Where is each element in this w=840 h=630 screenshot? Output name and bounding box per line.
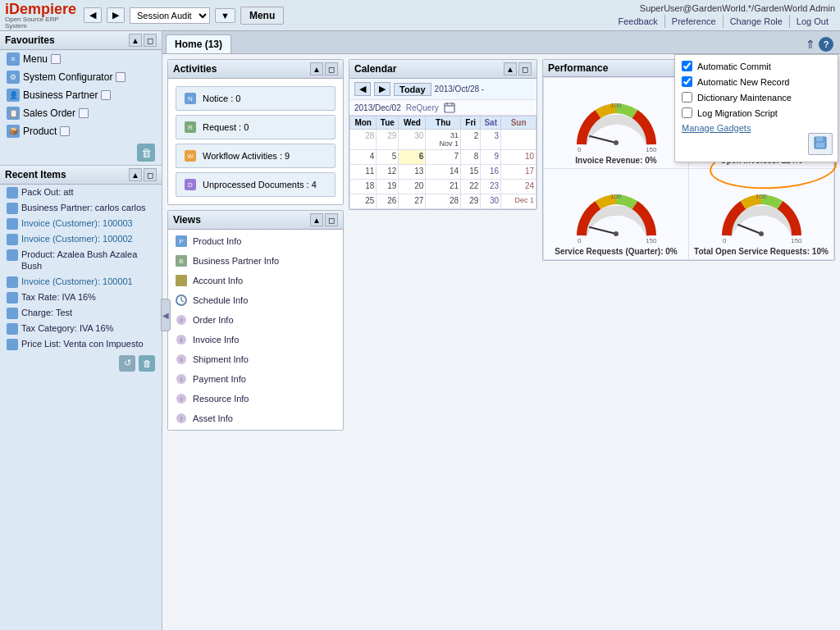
sidebar-collapse-arrow[interactable]: ◀ xyxy=(161,299,171,331)
cal-day[interactable]: 3 xyxy=(481,130,501,150)
view-bizpartner-info[interactable]: B Business Partner Info xyxy=(168,251,343,271)
save-gadgets-btn[interactable] xyxy=(808,133,833,155)
cal-day[interactable]: 18 xyxy=(350,180,377,194)
recent-expand-btn[interactable]: ◻ xyxy=(144,168,157,181)
auto-commit-checkbox[interactable] xyxy=(682,61,692,71)
cal-day[interactable]: 21 xyxy=(426,180,461,194)
fav-item-sysconfigurator[interactable]: ⚙ System Configurator xyxy=(0,68,162,86)
view-asset-info[interactable]: i Asset Info xyxy=(168,409,343,428)
recent-item-4[interactable]: Product: Azalea Bush Azalea Bush xyxy=(0,247,162,274)
cal-day[interactable] xyxy=(501,130,536,150)
session-select[interactable]: Session Audit xyxy=(130,7,210,24)
view-invoice-info[interactable]: i Invoice Info xyxy=(168,330,343,349)
fav-item-salesorder[interactable]: 📋 Sales Order xyxy=(0,104,162,122)
dict-maintenance-checkbox[interactable] xyxy=(682,92,692,103)
cal-day[interactable]: 9 xyxy=(481,150,501,165)
view-resource-info[interactable]: i Resource Info xyxy=(168,389,343,409)
view-account-info[interactable]: Account Info xyxy=(168,271,343,290)
dropdown-item-auto-commit[interactable]: Automatic Commit xyxy=(675,58,838,74)
recent-item-9[interactable]: Price List: Venta con Impuesto xyxy=(0,336,162,352)
cal-day[interactable]: 13 xyxy=(399,165,426,180)
cal-day[interactable]: 27 xyxy=(399,194,426,209)
recent-trash-icon[interactable]: 🗑 xyxy=(139,355,155,372)
cal-day[interactable]: 16 xyxy=(481,165,501,180)
cal-day[interactable]: 20 xyxy=(399,180,426,194)
next-window-btn[interactable]: ▶ xyxy=(107,7,125,23)
cal-day[interactable]: 30 xyxy=(399,130,426,150)
recent-item-7[interactable]: Charge: Test xyxy=(0,305,162,321)
activity-request[interactable]: R Request : 0 xyxy=(176,115,336,139)
cal-day[interactable]: 31Nov 1 xyxy=(426,130,461,150)
recent-item-5[interactable]: Invoice (Customer): 100001 xyxy=(0,274,162,290)
view-product-info[interactable]: P Product Info xyxy=(168,231,343,251)
activity-documents[interactable]: D Unprocessed Documents : 4 xyxy=(176,172,336,197)
activities-expand-btn[interactable]: ◻ xyxy=(325,62,338,75)
cal-day[interactable]: 30 xyxy=(481,194,501,209)
calendar-expand-btn[interactable]: ◻ xyxy=(518,62,532,75)
activity-notice[interactable]: N Notice : 0 xyxy=(176,86,336,111)
calendar-today-btn[interactable]: Today xyxy=(394,83,431,96)
fav-item-product[interactable]: 📦 Product xyxy=(0,122,162,140)
favourites-expand-btn[interactable]: ◻ xyxy=(144,34,157,47)
cal-day[interactable]: 11 xyxy=(350,165,377,180)
cal-day[interactable]: 19 xyxy=(377,180,399,194)
activity-workflow[interactable]: W Workflow Activities : 9 xyxy=(176,144,336,168)
log-migration-checkbox[interactable] xyxy=(682,107,692,118)
recent-item-1[interactable]: Business Partner: carlos carlos xyxy=(0,200,162,216)
trash-icon[interactable]: 🗑 xyxy=(137,144,155,162)
calendar-next-btn[interactable]: ▶ xyxy=(374,82,390,96)
cal-day[interactable]: 26 xyxy=(377,194,399,209)
prev-window-btn[interactable]: ◀ xyxy=(84,7,102,23)
favourites-collapse-btn[interactable]: ▲ xyxy=(129,34,142,47)
cal-day[interactable]: 2 xyxy=(461,130,481,150)
logout-link[interactable]: Log Out xyxy=(789,15,835,28)
view-order-info[interactable]: i Order Info xyxy=(168,310,343,330)
dropdown-item-dict-maintenance[interactable]: Dictionary Maintenance xyxy=(675,89,838,105)
cal-day[interactable]: 7 xyxy=(426,150,461,165)
recent-item-0[interactable]: Pack Out: att xyxy=(0,185,162,200)
cal-day[interactable]: 17 xyxy=(501,165,536,180)
cal-day[interactable]: 25 xyxy=(350,194,377,209)
cal-day[interactable]: 28 xyxy=(426,194,461,209)
recent-item-8[interactable]: Tax Category: IVA 16% xyxy=(0,321,162,336)
recent-item-3[interactable]: Invoice (Customer): 100002 xyxy=(0,231,162,247)
dropdown-item-log-migration[interactable]: Log Migration Script xyxy=(675,105,838,121)
cal-day[interactable]: 4 xyxy=(350,150,377,165)
cal-day[interactable]: 24 xyxy=(501,180,536,194)
dropdown-item-auto-new-record[interactable]: Automatic New Record xyxy=(675,74,838,89)
cal-day[interactable]: 10 xyxy=(501,150,536,165)
double-arrow-icon[interactable]: ⇑ xyxy=(806,38,815,51)
calendar-prev-btn[interactable]: ◀ xyxy=(354,82,371,96)
cal-day[interactable]: 23 xyxy=(481,180,501,194)
cal-day[interactable]: 6 xyxy=(399,150,426,165)
tab-home[interactable]: Home (13) xyxy=(166,34,231,53)
recent-item-6[interactable]: Tax Rate: IVA 16% xyxy=(0,290,162,305)
recent-collapse-btn[interactable]: ▲ xyxy=(129,168,142,181)
cal-day[interactable]: 14 xyxy=(426,165,461,180)
cal-day[interactable]: Dec 1 xyxy=(501,194,536,209)
cal-day[interactable]: 15 xyxy=(461,165,481,180)
views-expand-btn[interactable]: ◻ xyxy=(325,213,338,226)
refresh-icon[interactable]: ↺ xyxy=(119,355,135,372)
feedback-link[interactable]: Feedback xyxy=(612,15,664,28)
cal-day[interactable]: 22 xyxy=(461,180,481,194)
calendar-collapse-btn[interactable]: ▲ xyxy=(504,62,517,75)
activities-collapse-btn[interactable]: ▲ xyxy=(310,62,323,75)
cal-day[interactable]: 12 xyxy=(377,165,399,180)
recent-item-2[interactable]: Invoice (Customer): 100003 xyxy=(0,216,162,231)
view-shipment-info[interactable]: i Shipment Info xyxy=(168,349,343,369)
view-payment-info[interactable]: i Payment Info xyxy=(168,369,343,389)
cal-day[interactable]: 8 xyxy=(461,150,481,165)
change-role-link[interactable]: Change Role xyxy=(723,15,789,28)
views-collapse-btn[interactable]: ▲ xyxy=(310,213,323,226)
auto-new-record-checkbox[interactable] xyxy=(682,76,692,87)
session-dropdown-btn[interactable]: ▼ xyxy=(215,8,235,23)
cal-day[interactable]: 5 xyxy=(377,150,399,165)
cal-day[interactable]: 28 xyxy=(350,130,377,150)
preference-link[interactable]: Preference xyxy=(664,15,723,28)
fav-item-bizpartner[interactable]: 👤 Business Partner xyxy=(0,86,162,104)
cal-day[interactable]: 29 xyxy=(461,194,481,209)
menu-button[interactable]: Menu xyxy=(240,7,284,25)
cal-day[interactable]: 29 xyxy=(377,130,399,150)
help-icon[interactable]: ? xyxy=(819,37,833,52)
